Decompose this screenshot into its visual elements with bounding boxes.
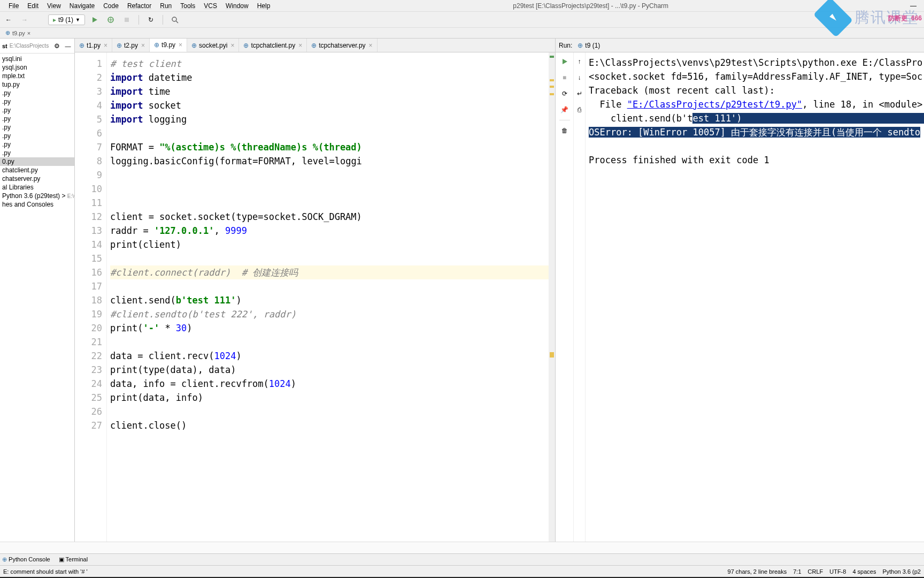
tree-item[interactable]: .py: [0, 89, 74, 97]
menu-window[interactable]: Window: [221, 1, 253, 11]
python-console-tab[interactable]: ⊕ Python Console: [2, 556, 50, 563]
minimize-icon[interactable]: —: [907, 0, 920, 12]
marker-warn[interactable]: [550, 93, 554, 95]
marker-warn[interactable]: [550, 352, 554, 358]
stop-icon[interactable]: ■: [558, 72, 571, 83]
tree-item[interactable]: .py: [0, 132, 74, 140]
tree-item[interactable]: hes and Consoles: [0, 200, 74, 209]
watermark-badge: 防断更 666: [888, 14, 922, 23]
back-icon[interactable]: ←: [2, 14, 15, 26]
search-icon[interactable]: [168, 14, 181, 26]
marker-warn[interactable]: [550, 79, 554, 81]
editor-tab[interactable]: ⊕t9.py×: [150, 39, 187, 52]
down-icon[interactable]: ↓: [573, 72, 586, 83]
menu-edit[interactable]: Edit: [23, 1, 43, 11]
status-cell[interactable]: 4 spaces: [852, 568, 876, 575]
terminal-icon: ▣: [59, 556, 64, 562]
menu-view[interactable]: View: [43, 1, 65, 11]
run-config-name: t9 (1): [585, 42, 600, 49]
status-cell[interactable]: CRLF: [808, 568, 823, 575]
tree-item[interactable]: .py: [0, 140, 74, 149]
debug-button[interactable]: [104, 14, 117, 26]
close-icon[interactable]: ×: [179, 41, 182, 49]
code-area[interactable]: # test clientimport datetimeimport timei…: [107, 52, 549, 542]
restart-icon[interactable]: ⟳: [558, 88, 571, 100]
stop-button[interactable]: [120, 14, 133, 26]
editor-tab[interactable]: ⊕socket.pyi×: [187, 39, 239, 52]
tree-item[interactable]: .py: [0, 123, 74, 132]
rerun-icon[interactable]: [558, 56, 571, 67]
python-console-icon: ⊕: [2, 556, 7, 562]
editor-tab[interactable]: ⊕tcpchatserver.py×: [307, 39, 377, 52]
python-run-icon: ⊕: [578, 42, 583, 49]
trash-icon[interactable]: 🗑: [558, 125, 571, 136]
project-tree[interactable]: ysql.iniysql.jsonmple.txttup.py.py.py.py…: [0, 54, 74, 542]
tree-item[interactable]: chatserver.py: [0, 174, 74, 183]
terminal-tab[interactable]: ▣ Terminal: [59, 556, 88, 563]
breadcrumb-row: [0, 542, 924, 553]
python-file-icon: ⊕: [154, 41, 159, 49]
close-icon[interactable]: ×: [369, 42, 373, 49]
status-cell[interactable]: UTF-8: [829, 568, 846, 575]
tree-item[interactable]: .py: [0, 97, 74, 106]
python-file-icon: ⊕: [117, 42, 122, 49]
project-header: st E:\ClassProjects\p29test ⚙ —: [0, 39, 74, 54]
tree-item[interactable]: .py: [0, 115, 74, 123]
marker-warn[interactable]: [550, 86, 554, 88]
editor-panel: ⊕t1.py×⊕t2.py×⊕t9.py×⊕socket.pyi×⊕tcpcha…: [75, 39, 555, 542]
run-button[interactable]: [88, 14, 101, 26]
tree-item[interactable]: chatclient.py: [0, 166, 74, 174]
close-icon[interactable]: ×: [27, 30, 30, 36]
svg-point-2: [172, 17, 176, 21]
menu-navigate[interactable]: Navigate: [65, 1, 99, 11]
close-icon[interactable]: ×: [298, 42, 302, 49]
tree-item[interactable]: al Libraries: [0, 183, 74, 192]
editor-tab[interactable]: ⊕tcpchatclient.py×: [239, 39, 307, 52]
tree-item[interactable]: tup.py: [0, 80, 74, 89]
menu-vcs[interactable]: VCS: [199, 1, 221, 11]
menu-run[interactable]: Run: [156, 1, 176, 11]
update-button[interactable]: ↻: [144, 14, 157, 26]
editor-body: 1234567891011121314151617181920212223242…: [75, 52, 555, 542]
status-hint: E: comment should start with '# ': [3, 568, 88, 575]
tree-item[interactable]: .py: [0, 149, 74, 157]
tree-item[interactable]: ysql.json: [0, 63, 74, 72]
menu-help[interactable]: Help: [253, 1, 275, 11]
tree-item[interactable]: mple.txt: [0, 72, 74, 80]
up-icon[interactable]: ↑: [573, 56, 586, 67]
run-config-selector[interactable]: ▸ t9 (1) ▼: [48, 14, 85, 25]
gear-icon[interactable]: ⚙: [53, 40, 61, 52]
menu-items-container: FileEditViewNavigateCodeRefactorRunTools…: [4, 1, 274, 11]
run-panel: Run: ⊕ t9 (1) ■ ⟳ 📌 🗑 ↑ ↓ ↵ ⎙ E:\ClassPr…: [555, 39, 924, 542]
menu-file[interactable]: File: [4, 1, 23, 11]
editor-tab[interactable]: ⊕t1.py×: [75, 39, 112, 52]
window-title: p29test [E:\ClassProjects\p29test] - ...…: [274, 2, 907, 10]
status-cell[interactable]: 7:1: [793, 568, 801, 575]
tree-item[interactable]: ysql.ini: [0, 55, 74, 63]
close-icon[interactable]: ×: [230, 42, 234, 49]
python-file-icon: ⊕: [79, 42, 84, 49]
tree-item[interactable]: 0.py: [0, 157, 74, 166]
status-cell[interactable]: Python 3.6 (p2: [882, 568, 921, 575]
close-icon[interactable]: ×: [104, 42, 107, 49]
pin-icon[interactable]: 📌: [558, 104, 571, 116]
close-icon[interactable]: ×: [141, 42, 145, 49]
menu-refactor[interactable]: Refactor: [123, 1, 156, 11]
run-body: ■ ⟳ 📌 🗑 ↑ ↓ ↵ ⎙ E:\ClassProjects\venvs\p…: [556, 52, 924, 542]
menu-tools[interactable]: Tools: [176, 1, 199, 11]
line-gutter: 1234567891011121314151617181920212223242…: [75, 52, 107, 542]
tree-item[interactable]: Python 3.6 (p29test) > E:\Class: [0, 192, 74, 200]
project-root-path: E:\ClassProjects\p29test: [10, 43, 49, 49]
marker-strip[interactable]: [549, 52, 555, 542]
run-output[interactable]: E:\ClassProjects\venvs\p29test\Scripts\p…: [586, 52, 924, 542]
editor-tab[interactable]: ⊕t2.py×: [112, 39, 150, 52]
python-file-icon: ⊕: [243, 42, 249, 49]
tree-item[interactable]: .py: [0, 106, 74, 115]
print-icon[interactable]: ⎙: [573, 104, 586, 116]
nav-tab[interactable]: ⊕ t9.py ×: [2, 28, 34, 37]
collapse-icon[interactable]: —: [64, 40, 72, 52]
wrap-icon[interactable]: ↵: [573, 88, 586, 100]
status-cell[interactable]: 97 chars, 2 line breaks: [728, 568, 787, 575]
menu-code[interactable]: Code: [99, 1, 123, 11]
svg-rect-1: [125, 18, 129, 22]
